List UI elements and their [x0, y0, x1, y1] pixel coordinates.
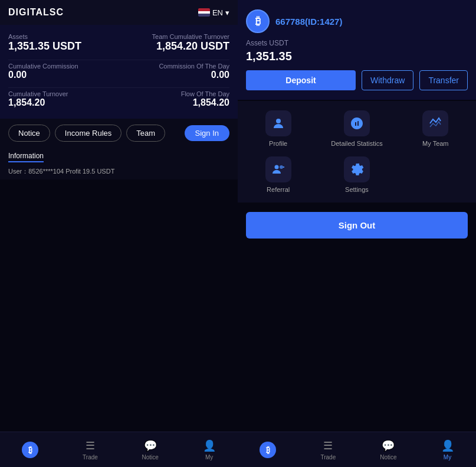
right-trade-label: Trade	[320, 454, 336, 461]
settings-icon-wrapper	[344, 156, 370, 182]
detailed-statistics-icon-wrapper	[344, 110, 370, 136]
svg-point-0	[276, 119, 281, 123]
nav-item-my[interactable]: 👤 My	[196, 437, 223, 463]
notice-icon: 💬	[144, 439, 157, 452]
cumulative-commission-value: 0.00	[8, 70, 78, 80]
notice-label: Notice	[142, 454, 159, 461]
info-tab-label[interactable]: Information	[8, 152, 44, 162]
commission-day-label: Commission Of The Day	[159, 63, 229, 70]
action-buttons-row: Notice Income Rules Team Sign In	[0, 119, 238, 148]
profile-icon-wrapper	[265, 110, 291, 136]
right-panel: ₿ 667788(ID:1427) Assets USDT 1,351.35 D…	[238, 0, 476, 467]
right-bitcoin-icon: ₿	[260, 442, 276, 458]
menu-item-detailed-statistics[interactable]: Detailed Statistics	[322, 110, 391, 147]
menu-item-my-team[interactable]: My Team	[401, 110, 470, 147]
right-my-icon: 👤	[441, 439, 454, 452]
cumulative-turnover-value: 1,854.20	[8, 97, 68, 108]
detailed-statistics-icon	[350, 116, 364, 130]
my-team-label: My Team	[422, 140, 448, 147]
referral-icon	[271, 162, 285, 177]
right-trade-icon: ☰	[323, 439, 333, 452]
sign-in-button[interactable]: Sign In	[185, 125, 229, 141]
menu-item-referral[interactable]: Referral	[244, 156, 313, 193]
ticker-text: User：8526****104 Profit 19.5 USDT	[8, 168, 114, 175]
trade-icon: ☰	[86, 439, 95, 452]
left-bottom-nav: ₿ ☰ Trade 💬 Notice 👤 My	[0, 432, 238, 467]
referral-icon-wrapper	[265, 156, 291, 182]
user-id: 667788(ID:1427)	[275, 17, 342, 27]
right-bottom-nav: ₿ ☰ Trade 💬 Notice 👤 My	[238, 432, 476, 467]
nav-item-bitcoin[interactable]: ₿	[15, 439, 45, 461]
commission-day-value: 0.00	[211, 70, 229, 80]
sign-out-button[interactable]: Sign Out	[246, 212, 468, 239]
profile-label: Profile	[269, 140, 287, 147]
info-tab: Information	[0, 148, 238, 164]
language-label: EN	[212, 8, 223, 17]
cumulative-commission-label: Cumulative Commission	[8, 63, 78, 70]
menu-item-profile[interactable]: Profile	[244, 110, 313, 147]
nav-item-trade[interactable]: ☰ Trade	[75, 437, 105, 463]
assets-usdt-label: Assets USDT	[246, 39, 468, 47]
team-cumulative-value: 1,854.20 USDT	[156, 40, 229, 53]
notice-button[interactable]: Notice	[8, 125, 50, 142]
left-content	[0, 179, 238, 432]
assets-value: 1,351.35 USDT	[8, 40, 81, 53]
right-nav-item-trade[interactable]: ☰ Trade	[313, 437, 343, 463]
cumulative-turnover-label: Cumulative Turnover	[8, 90, 68, 97]
right-notice-label: Notice	[380, 454, 396, 461]
action-buttons: Deposit Withdraw Transfer	[246, 70, 468, 90]
logo: DIGITALSC	[8, 7, 64, 18]
flow-day-label: Flow Of The Day	[181, 90, 229, 97]
assets-label: Assets	[8, 33, 81, 40]
right-nav-item-bitcoin[interactable]: ₿	[252, 439, 283, 461]
nav-item-notice[interactable]: 💬 Notice	[135, 437, 166, 463]
withdraw-button[interactable]: Withdraw	[362, 70, 413, 90]
right-notice-icon: 💬	[382, 439, 395, 452]
language-selector[interactable]: EN ▾	[198, 8, 229, 17]
bitcoin-icon: ₿	[22, 442, 38, 458]
my-team-icon-wrapper	[422, 110, 448, 136]
user-bitcoin-icon: ₿	[246, 9, 270, 33]
transfer-button[interactable]: Transfer	[419, 70, 468, 90]
chevron-down-icon: ▾	[225, 8, 229, 17]
menu-item-settings[interactable]: Settings	[322, 156, 391, 193]
my-icon: 👤	[203, 439, 216, 452]
settings-label: Settings	[345, 186, 369, 193]
team-button[interactable]: Team	[126, 125, 165, 142]
deposit-button[interactable]: Deposit	[246, 70, 356, 90]
left-header: DIGITALSC EN ▾	[0, 0, 238, 25]
right-nav-item-notice[interactable]: 💬 Notice	[373, 437, 403, 463]
left-panel: DIGITALSC EN ▾ Assets 1,351.35 USDT Team…	[0, 0, 238, 467]
menu-grid: Profile Detailed Statistics My Team	[238, 101, 476, 203]
flow-day-value: 1,854.20	[193, 97, 229, 108]
svg-point-2	[280, 165, 283, 169]
team-cumulative-label: Team Cumulative Turnover	[152, 33, 229, 40]
user-card-header: ₿ 667788(ID:1427)	[246, 9, 468, 33]
referral-label: Referral	[267, 186, 290, 193]
income-rules-button[interactable]: Income Rules	[55, 125, 122, 142]
user-card: ₿ 667788(ID:1427) Assets USDT 1,351.35 D…	[238, 0, 476, 100]
detailed-statistics-label: Detailed Statistics	[331, 140, 382, 147]
svg-point-1	[274, 165, 278, 169]
right-nav-item-my[interactable]: 👤 My	[434, 437, 461, 463]
assets-usdt-value: 1,351.35	[246, 50, 468, 63]
flag-icon	[198, 8, 210, 17]
signout-section: Sign Out	[238, 204, 476, 432]
my-team-icon	[428, 116, 442, 130]
my-label: My	[205, 454, 213, 461]
settings-icon	[350, 162, 364, 177]
trade-label: Trade	[83, 454, 98, 461]
profile-icon	[271, 116, 285, 130]
ticker-bar: User：8526****104 Profit 19.5 USDT	[0, 164, 238, 179]
right-my-label: My	[444, 454, 451, 461]
stats-section: Assets 1,351.35 USDT Team Cumulative Tur…	[0, 25, 238, 119]
